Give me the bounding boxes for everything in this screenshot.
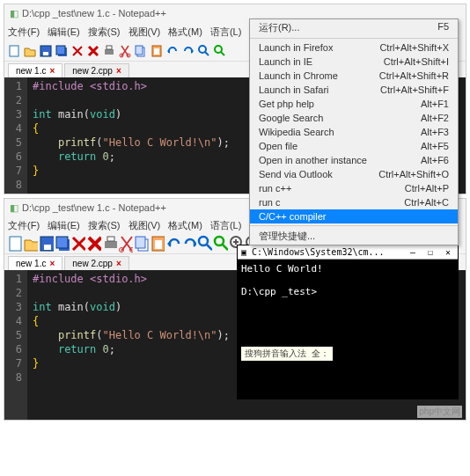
redo-icon[interactable] bbox=[180, 43, 196, 59]
paste-icon[interactable] bbox=[149, 236, 165, 252]
menu-search[interactable]: 搜索(S) bbox=[88, 26, 121, 39]
menu-item-google[interactable]: Google SearchAlt+F2 bbox=[250, 111, 458, 125]
menu-search[interactable]: 搜索(S) bbox=[88, 219, 121, 232]
menu-item-ie[interactable]: Launch in IECtrl+Alt+Shift+I bbox=[250, 55, 458, 69]
menu-item-wikipedia[interactable]: Wikipedia SearchAlt+F3 bbox=[250, 125, 458, 139]
console-output[interactable]: Hello C World! D:\cpp _test> 搜狗拼音输入法 全： bbox=[238, 260, 458, 399]
svg-rect-20 bbox=[105, 241, 117, 248]
menu-label: Get php help bbox=[259, 99, 314, 109]
line-no: 4 bbox=[10, 314, 22, 328]
undo-icon[interactable] bbox=[165, 43, 180, 59]
menu-label: Send via Outlook bbox=[259, 169, 333, 179]
close-all-icon[interactable] bbox=[85, 236, 101, 252]
menu-item-openinst[interactable]: Open in another instanceAlt+F6 bbox=[250, 153, 458, 167]
console-titlebar: ▣ C:\Windows\System32\cm... — ☐ ✕ bbox=[238, 245, 458, 260]
line-no: 7 bbox=[10, 356, 22, 370]
console-title: ▣ C:\Windows\System32\cm... bbox=[241, 247, 385, 257]
tab-close-icon[interactable]: × bbox=[49, 259, 55, 268]
open-file-icon[interactable] bbox=[22, 236, 38, 252]
close-all-icon[interactable] bbox=[85, 43, 101, 59]
code-kw: int bbox=[33, 108, 52, 121]
tab-new2cpp[interactable]: new 2.cpp× bbox=[64, 63, 129, 77]
find-icon[interactable] bbox=[196, 236, 212, 252]
npp-window-1: D:\cpp _test\new 1.c - Notepad++ 文件(F) 编… bbox=[4, 4, 466, 194]
maximize-button[interactable]: ☐ bbox=[424, 247, 437, 257]
menu-item-safari[interactable]: Launch in SafariCtrl+Alt+Shift+F bbox=[250, 83, 458, 97]
save-all-icon[interactable] bbox=[54, 43, 70, 59]
copy-icon[interactable] bbox=[133, 43, 149, 59]
menu-label: Google Search bbox=[259, 113, 323, 123]
menu-view[interactable]: 视图(V) bbox=[129, 219, 161, 232]
menu-item-ccompiler[interactable]: C/C++ compiler bbox=[250, 209, 458, 223]
code-area[interactable]: #include <stdio.h> int main(void) { prin… bbox=[27, 77, 235, 194]
menu-item-outlook[interactable]: Send via OutlookCtrl+Alt+Shift+O bbox=[250, 167, 458, 181]
ime-status: 搜狗拼音输入法 全： bbox=[241, 347, 333, 361]
menu-item-runcpp[interactable]: run c++Ctrl+Alt+P bbox=[250, 181, 458, 195]
save-all-icon[interactable] bbox=[54, 236, 70, 252]
close-icon[interactable] bbox=[70, 236, 85, 252]
code-kw: return bbox=[58, 343, 103, 355]
code-text: ( bbox=[96, 329, 102, 341]
code-include: #include <stdio.h> bbox=[33, 273, 147, 285]
undo-icon[interactable] bbox=[165, 236, 180, 252]
code-text: ( bbox=[96, 136, 102, 149]
menu-file[interactable]: 文件(F) bbox=[8, 219, 40, 232]
menu-separator bbox=[250, 38, 458, 39]
line-no: 6 bbox=[10, 150, 22, 164]
menu-shortcut: Alt+F5 bbox=[421, 141, 449, 151]
code-string: "Hello C World!\n" bbox=[103, 136, 217, 149]
new-file-icon[interactable] bbox=[6, 43, 22, 59]
code-num: 0 bbox=[102, 150, 108, 163]
tab-close-icon[interactable]: × bbox=[116, 66, 121, 76]
print-icon[interactable] bbox=[101, 236, 117, 252]
new-file-icon[interactable] bbox=[6, 236, 22, 252]
copy-icon[interactable] bbox=[133, 236, 149, 252]
replace-icon[interactable] bbox=[212, 43, 228, 59]
minimize-button[interactable]: — bbox=[407, 247, 419, 257]
cut-icon[interactable] bbox=[117, 236, 133, 252]
find-icon[interactable] bbox=[196, 43, 212, 59]
menu-format[interactable]: 格式(M) bbox=[168, 219, 202, 232]
tab-new1c[interactable]: new 1.c× bbox=[8, 63, 62, 77]
menu-format[interactable]: 格式(M) bbox=[168, 26, 202, 39]
menu-item-openfile[interactable]: Open fileAlt+F5 bbox=[250, 139, 458, 153]
menu-item-chrome[interactable]: Launch in ChromeCtrl+Alt+Shift+R bbox=[250, 69, 458, 83]
save-icon[interactable] bbox=[38, 43, 54, 59]
close-button[interactable]: ✕ bbox=[442, 247, 454, 257]
svg-rect-17 bbox=[44, 245, 51, 250]
menu-edit[interactable]: 编辑(E) bbox=[48, 219, 80, 232]
menu-label: Open in another instance bbox=[259, 155, 367, 165]
save-icon[interactable] bbox=[38, 236, 54, 252]
menu-item-phphelp[interactable]: Get php helpAlt+F1 bbox=[250, 97, 458, 111]
open-file-icon[interactable] bbox=[22, 43, 38, 59]
paste-icon[interactable] bbox=[149, 43, 165, 59]
menu-item-firefox[interactable]: Launch in FirefoxCtrl+Alt+Shift+X bbox=[250, 40, 458, 55]
menu-item-shortcuts[interactable]: 管理快捷键... bbox=[250, 228, 458, 245]
menu-shortcut: Alt+F3 bbox=[421, 127, 449, 137]
menu-language[interactable]: 语言(L) bbox=[210, 26, 241, 39]
menu-file[interactable]: 文件(F) bbox=[8, 26, 40, 39]
cut-icon[interactable] bbox=[117, 43, 133, 59]
line-no: 5 bbox=[10, 328, 22, 342]
svg-rect-10 bbox=[136, 46, 143, 55]
redo-icon[interactable] bbox=[180, 236, 196, 252]
code-area[interactable]: #include <stdio.h> int main(void) { prin… bbox=[27, 270, 235, 420]
code-brace: { bbox=[33, 122, 39, 135]
tab-new2cpp[interactable]: new 2.cpp× bbox=[64, 256, 129, 270]
menu-item-runc[interactable]: run cCtrl+Alt+C bbox=[250, 195, 458, 209]
replace-icon[interactable] bbox=[212, 236, 228, 252]
menu-language[interactable]: 语言(L) bbox=[210, 219, 241, 232]
print-icon[interactable] bbox=[101, 43, 117, 59]
tab-close-icon[interactable]: × bbox=[49, 66, 55, 76]
menu-item-run[interactable]: 运行(R)...F5 bbox=[250, 19, 458, 36]
code-text: main( bbox=[52, 108, 90, 121]
menu-edit[interactable]: 编辑(E) bbox=[48, 26, 80, 39]
close-icon[interactable] bbox=[70, 43, 85, 59]
tab-new1c[interactable]: new 1.c× bbox=[8, 256, 62, 270]
menu-label: 运行(R)... bbox=[259, 21, 299, 34]
watermark: php中文网 bbox=[417, 406, 462, 418]
tab-close-icon[interactable]: × bbox=[116, 259, 121, 268]
line-gutter: 1 2 3 4 5 6 7 8 bbox=[4, 77, 27, 194]
menu-view[interactable]: 视图(V) bbox=[129, 26, 161, 39]
code-fn: printf bbox=[58, 329, 96, 341]
